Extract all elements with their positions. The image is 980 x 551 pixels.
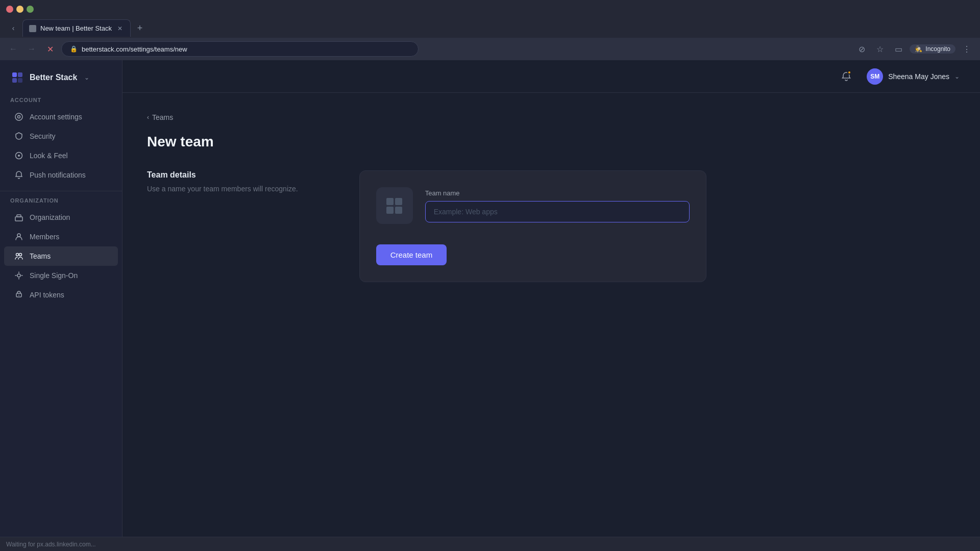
sidebar-item-api-tokens[interactable]: API tokens xyxy=(4,285,118,305)
form-card: Team name Create team xyxy=(359,170,706,282)
status-bar: Waiting for px.ads.linkedin.com... xyxy=(0,537,980,551)
user-name: Sheena May Jones xyxy=(888,72,949,81)
svg-point-10 xyxy=(17,234,20,237)
browser-chrome: ‹ New team | Better Stack ✕ + ← → ✕ 🔒 be… xyxy=(0,0,980,60)
more-options-button[interactable]: ⋮ xyxy=(960,42,974,56)
incognito-label: Incognito xyxy=(925,45,950,53)
nav-bar: ← → ✕ 🔒 betterstack.com/settings/teams/n… xyxy=(0,38,980,60)
nav-forward-button[interactable]: → xyxy=(24,42,39,56)
main-content: SM Sheena May Jones ⌄ ‹ Teams New team T… xyxy=(122,60,980,537)
look-feel-label: Look & Feel xyxy=(30,152,68,160)
svg-rect-9 xyxy=(17,215,21,217)
page-content: ‹ Teams New team Team details Use a name… xyxy=(122,93,980,537)
members-icon xyxy=(14,232,23,241)
notification-dot xyxy=(847,70,851,74)
tab-close-button[interactable]: ✕ xyxy=(116,24,124,33)
svg-point-4 xyxy=(15,113,22,120)
security-label: Security xyxy=(30,132,56,140)
teams-icon xyxy=(14,252,23,261)
window-controls xyxy=(6,6,34,13)
team-icon-placeholder xyxy=(376,187,413,224)
breadcrumb-back[interactable]: ‹ Teams xyxy=(147,113,173,121)
svg-rect-3 xyxy=(18,78,22,83)
nav-actions: ⊘ ☆ ▭ 🕵 Incognito ⋮ xyxy=(854,42,974,56)
svg-point-5 xyxy=(18,116,20,118)
team-icon-block-3 xyxy=(386,207,394,214)
section-desc: Use a name your team members will recogn… xyxy=(147,184,298,194)
tab-title: New team | Better Stack xyxy=(40,24,112,32)
hide-images-button[interactable]: ⊘ xyxy=(854,42,869,56)
sidebar-item-members[interactable]: Members xyxy=(4,227,118,246)
svg-point-7 xyxy=(18,155,20,157)
user-avatar: SM xyxy=(867,68,883,85)
breadcrumb-back-icon: ‹ xyxy=(147,114,149,121)
app-layout: Better Stack ⌄ ACCOUNT Account settings … xyxy=(0,60,980,537)
nav-reload-button[interactable]: ✕ xyxy=(43,42,57,56)
sso-icon xyxy=(14,271,23,280)
svg-point-15 xyxy=(18,295,19,296)
status-text: Waiting for px.ads.linkedin.com... xyxy=(6,541,96,548)
window-close-button[interactable] xyxy=(6,6,13,13)
sidebar-item-teams[interactable]: Teams xyxy=(4,246,118,266)
tabs-scroll-left[interactable]: ‹ xyxy=(6,21,20,35)
sidebar-item-account-settings[interactable]: Account settings xyxy=(4,107,118,127)
sidebar-logo[interactable]: Better Stack ⌄ xyxy=(0,70,122,97)
sidebar-item-sso[interactable]: Single Sign-On xyxy=(4,266,118,285)
user-menu[interactable]: SM Sheena May Jones ⌄ xyxy=(863,66,964,87)
sidebar-item-push-notifications[interactable]: Push notifications xyxy=(4,165,118,185)
section-title: Team details xyxy=(147,170,298,180)
address-bar[interactable]: 🔒 betterstack.com/settings/teams/new xyxy=(61,41,419,57)
team-icon-block-1 xyxy=(386,198,394,205)
page-title: New team xyxy=(147,134,955,150)
window-minimize-button[interactable] xyxy=(16,6,23,13)
split-view-button[interactable]: ▭ xyxy=(891,42,905,56)
push-notifications-label: Push notifications xyxy=(30,171,86,179)
top-header: SM Sheena May Jones ⌄ xyxy=(122,60,980,93)
account-section-label: ACCOUNT xyxy=(0,97,122,107)
form-section: Team details Use a name your team member… xyxy=(147,170,955,282)
browser-titlebar xyxy=(0,0,980,18)
look-feel-icon xyxy=(14,151,23,160)
members-label: Members xyxy=(30,233,59,241)
team-icon-block-4 xyxy=(395,207,402,214)
account-settings-label: Account settings xyxy=(30,113,82,121)
sidebar-item-organization[interactable]: Organization xyxy=(4,208,118,227)
new-tab-button[interactable]: + xyxy=(133,21,147,35)
sidebar-logo-chevron: ⌄ xyxy=(84,74,89,81)
organization-label: Organization xyxy=(30,213,70,221)
svg-point-11 xyxy=(16,254,19,256)
user-menu-chevron: ⌄ xyxy=(954,73,960,80)
team-name-field: Team name xyxy=(425,189,690,222)
form-left-panel: Team details Use a name your team member… xyxy=(147,170,298,194)
incognito-button[interactable]: 🕵 Incognito xyxy=(910,44,955,54)
organization-icon xyxy=(14,213,23,222)
window-maximize-button[interactable] xyxy=(27,6,34,13)
incognito-icon: 🕵 xyxy=(915,45,922,53)
sidebar: Better Stack ⌄ ACCOUNT Account settings … xyxy=(0,60,122,537)
address-lock-icon: 🔒 xyxy=(70,45,78,53)
sidebar-item-security[interactable]: Security xyxy=(4,127,118,146)
active-tab[interactable]: New team | Better Stack ✕ xyxy=(22,19,131,37)
bookmark-button[interactable]: ☆ xyxy=(873,42,887,56)
logo-icon xyxy=(10,70,24,85)
svg-rect-8 xyxy=(15,217,22,221)
team-name-input[interactable] xyxy=(425,201,690,222)
tab-favicon xyxy=(29,25,36,32)
breadcrumb: ‹ Teams xyxy=(147,113,955,121)
security-icon xyxy=(14,132,23,141)
create-team-button[interactable]: Create team xyxy=(376,244,447,265)
svg-point-13 xyxy=(17,274,20,277)
team-icon-grid xyxy=(386,198,402,214)
sidebar-item-look-feel[interactable]: Look & Feel xyxy=(4,146,118,165)
sidebar-logo-text: Better Stack xyxy=(30,73,77,82)
sidebar-divider xyxy=(0,191,122,191)
address-text: betterstack.com/settings/teams/new xyxy=(82,45,187,53)
account-settings-icon xyxy=(14,112,23,121)
push-notifications-icon xyxy=(14,170,23,180)
org-section-label: ORGANIZATION xyxy=(0,197,122,208)
api-tokens-label: API tokens xyxy=(30,291,64,299)
tab-bar: ‹ New team | Better Stack ✕ + xyxy=(0,18,980,38)
nav-back-button[interactable]: ← xyxy=(6,42,20,56)
notification-button[interactable] xyxy=(838,68,854,85)
breadcrumb-teams-link[interactable]: Teams xyxy=(152,113,173,121)
